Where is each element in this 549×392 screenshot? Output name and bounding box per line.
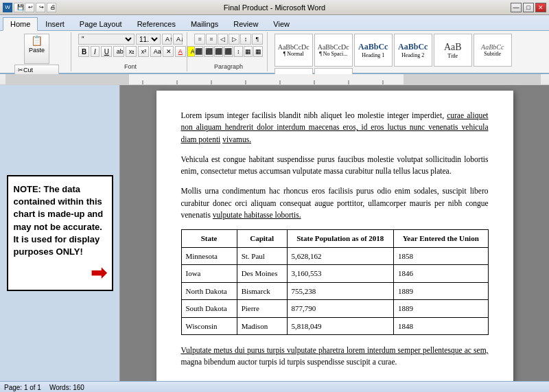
superscript-button[interactable]: x²	[138, 46, 149, 57]
cell-year-4: 1889	[393, 300, 488, 318]
quick-access-save[interactable]: 💾	[14, 3, 23, 12]
cell-state-1: Minnesota	[181, 247, 237, 265]
maximize-button[interactable]: □	[523, 3, 534, 12]
cell-capital-3: Bismarck	[237, 282, 287, 300]
font-name-select[interactable]: "	[78, 34, 135, 45]
minimize-button[interactable]: —	[511, 3, 522, 12]
italic-button[interactable]: I	[91, 46, 100, 57]
table-body: Minnesota St. Paul 5,628,162 1858 Iowa D…	[181, 247, 488, 335]
ribbon: Home Insert Page Layout References Maili…	[0, 15, 549, 74]
red-arrow-icon: ➡	[91, 264, 106, 283]
page-info: Page: 1 of 1	[4, 384, 41, 391]
cell-pop-4: 877,790	[287, 300, 393, 318]
cell-year-3: 1889	[393, 282, 488, 300]
data-table: State Capital State Population as of 201…	[181, 229, 489, 335]
paste-icon: 📋	[31, 36, 43, 45]
table-row: Minnesota St. Paul 5,628,162 1858	[181, 247, 488, 265]
increase-indent-button[interactable]: ▷	[229, 34, 240, 45]
cell-state-5: Wisconsin	[181, 317, 237, 335]
table-row: Wisconsin Madison 5,818,049 1848	[181, 317, 488, 335]
cell-state-2: Iowa	[181, 265, 237, 283]
align-right-button[interactable]: ⬛	[214, 46, 223, 57]
paragraph-2: Vehicula est congue habitant suspendisse…	[181, 154, 489, 178]
font-size-select[interactable]: 11.5	[136, 34, 161, 45]
tab-view[interactable]: View	[266, 16, 297, 30]
svg-rect-1	[129, 74, 404, 84]
close-button[interactable]: ✕	[535, 3, 546, 12]
table-row: South Dakota Pierre 877,790 1889	[181, 300, 488, 318]
style-title-button[interactable]: AaB Title	[434, 34, 472, 67]
clipboard-group: 📋 Paste ✂ Cut 📄 Copy 🖌 Format Painter Cl…	[3, 32, 71, 71]
align-left-button[interactable]: ⬛	[194, 46, 203, 57]
bold-button[interactable]: B	[78, 46, 89, 57]
doc-area: NOTE: The data contained within this cha…	[0, 85, 549, 381]
tab-review[interactable]: Review	[226, 16, 266, 30]
window-icon-group: W 💾 ↩ ↪ 🖨	[3, 3, 56, 12]
quick-access-print[interactable]: 🖨	[47, 3, 56, 12]
tab-references[interactable]: References	[130, 16, 183, 30]
quick-access-redo[interactable]: ↪	[36, 3, 45, 12]
style-no-spacing-button[interactable]: AaBbCcDc ¶ No Spaci...	[314, 34, 353, 67]
paragraph-1: Lorem ipsum integer facilisis blandit ni…	[181, 110, 489, 146]
cell-capital-1: St. Paul	[237, 247, 287, 265]
tab-insert[interactable]: Insert	[38, 16, 72, 30]
borders-button[interactable]: ▦	[253, 46, 262, 57]
para2-text: Vehicula est congue habitant suspendisse…	[181, 155, 489, 175]
subscript-button[interactable]: x₂	[126, 46, 137, 57]
ribbon-tabs: Home Insert Page Layout References Maili…	[0, 15, 549, 30]
bullets-button[interactable]: ≡	[194, 34, 205, 45]
style-heading1-button[interactable]: AaBbCc Heading 1	[354, 34, 393, 67]
style-subtitle-button[interactable]: AaBbCc Subtitle	[474, 34, 512, 67]
tab-home[interactable]: Home	[3, 17, 38, 31]
table-header-row: State Capital State Population as of 201…	[181, 230, 488, 248]
paragraph-3: Mollis urna condimentum hac rhoncus eros…	[181, 185, 489, 221]
style-normal-button[interactable]: AaBbCcDc ¶ Normal	[274, 34, 313, 67]
sort-button[interactable]: ↕	[240, 34, 251, 45]
clear-format-button[interactable]: ✕	[163, 46, 174, 57]
title-bar: W 💾 ↩ ↪ 🖨 Final Product - Microsoft Word…	[0, 0, 549, 15]
cell-year-5: 1848	[393, 317, 488, 335]
paragraph-label: Paragraph	[214, 63, 243, 70]
grow-font-button[interactable]: A↑	[162, 34, 172, 45]
cell-capital-4: Pierre	[237, 300, 287, 318]
font-group: " 11.5 A↑ A↓ B I U ab x₂ x² Aa ✕	[74, 32, 187, 71]
show-marks-button[interactable]: ¶	[252, 34, 263, 45]
font-label: Font	[124, 63, 137, 70]
ruler-marks	[5, 74, 549, 84]
app-icon: W	[3, 3, 12, 12]
shrink-font-button[interactable]: A↓	[173, 34, 183, 45]
shading-button[interactable]: ▦	[244, 46, 253, 57]
cell-pop-1: 5,628,162	[287, 247, 393, 265]
cell-capital-2: Des Moines	[237, 265, 287, 283]
col-header-capital: Capital	[237, 230, 287, 248]
page: Lorem ipsum integer facilisis blandit ni…	[156, 91, 513, 381]
cell-pop-3: 755,238	[287, 282, 393, 300]
underline-button[interactable]: U	[101, 46, 112, 57]
paste-button[interactable]: 📋 Paste	[24, 34, 49, 64]
words-info: Words: 160	[49, 384, 84, 391]
ribbon-content: 📋 Paste ✂ Cut 📄 Copy 🖌 Format Painter Cl…	[0, 30, 549, 73]
col-header-year: Year Entered the Union	[393, 230, 488, 248]
align-center-button[interactable]: ⬛	[204, 46, 213, 57]
col-header-population: State Population as of 2018	[287, 230, 393, 248]
justify-button[interactable]: ⬛	[224, 46, 233, 57]
cell-year-1: 1858	[393, 247, 488, 265]
paragraph-group: ≡ ≡ ◁ ▷ ↕ ¶ ⬛ ⬛ ⬛ ⬛ ↕ ▦ ▦ Paragraph	[190, 32, 268, 71]
doc-page[interactable]: Lorem ipsum integer facilisis blandit ni…	[120, 85, 549, 381]
window-title: Final Product - Microsoft Word	[224, 3, 325, 12]
tab-page-layout[interactable]: Page Layout	[72, 16, 130, 30]
col-header-state: State	[181, 230, 237, 248]
left-sidebar: NOTE: The data contained within this cha…	[0, 85, 120, 381]
para1-vivamus: vivamus.	[222, 135, 251, 143]
style-heading2-button[interactable]: AaBbCc Heading 2	[394, 34, 432, 67]
tab-mailings[interactable]: Mailings	[183, 16, 226, 30]
decrease-indent-button[interactable]: ◁	[218, 34, 229, 45]
numbering-button[interactable]: ≡	[206, 34, 217, 45]
para3-text: Mollis urna condimentum hac rhoncus eros…	[181, 187, 489, 219]
font-color-button[interactable]: A	[175, 46, 186, 57]
quick-access-undo[interactable]: ↩	[25, 3, 34, 12]
strikethrough-button[interactable]: ab	[113, 46, 124, 57]
cell-year-2: 1846	[393, 265, 488, 283]
change-case-button[interactable]: Aa	[150, 46, 161, 57]
line-spacing-button[interactable]: ↕	[234, 46, 243, 57]
